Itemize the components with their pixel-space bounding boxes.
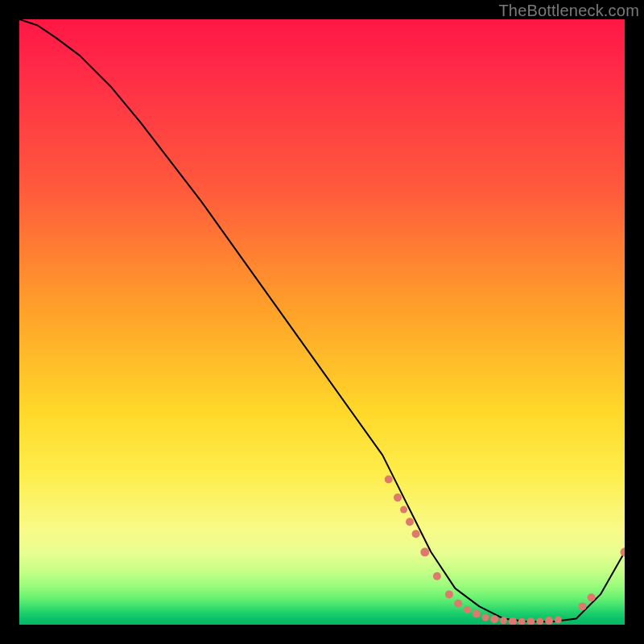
highlight-dot — [500, 617, 507, 624]
highlight-dot — [473, 610, 481, 618]
highlight-dot — [454, 600, 462, 608]
highlight-dot — [536, 617, 543, 625]
chart-frame: TheBottleneck.com — [0, 0, 644, 644]
highlight-dot — [385, 476, 393, 484]
highlight-dot — [555, 617, 562, 624]
highlight-dots — [385, 476, 625, 625]
highlight-dot — [412, 530, 420, 538]
highlight-dot — [621, 547, 625, 556]
highlight-dot — [445, 590, 453, 598]
highlight-dot — [526, 617, 535, 625]
highlight-dot — [545, 617, 553, 625]
highlight-dot — [406, 518, 414, 526]
watermark-text: TheBottleneck.com — [498, 2, 639, 20]
highlight-dot — [482, 614, 489, 621]
highlight-dot — [464, 606, 471, 613]
highlight-dot — [518, 618, 526, 625]
highlight-dot — [420, 547, 429, 556]
highlight-dot — [588, 593, 596, 601]
plot-area — [19, 19, 625, 625]
highlight-dot — [394, 493, 402, 502]
bottleneck-curve — [19, 19, 625, 621]
highlight-dot — [509, 617, 517, 625]
curve-svg — [19, 19, 625, 625]
highlight-dot — [433, 572, 441, 580]
highlight-dot — [578, 602, 586, 610]
highlight-dot — [400, 506, 407, 514]
highlight-dot — [490, 615, 498, 623]
